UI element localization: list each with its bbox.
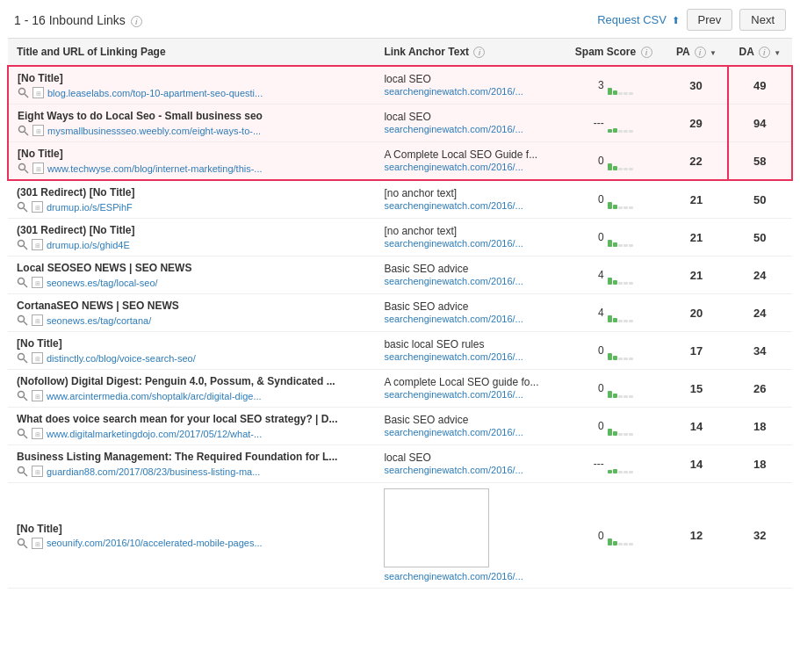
search-icon[interactable] <box>17 314 28 326</box>
da-value: 18 <box>753 420 766 433</box>
svg-rect-12 <box>623 130 628 133</box>
anchor-cell: searchenginewatch.com/2016/... <box>375 483 562 589</box>
title-url-cell: Local SEOSEO NEWS | SEO NEWS ⊞ seonews.e… <box>8 257 375 294</box>
search-icon[interactable] <box>17 538 28 549</box>
anchor-url-link[interactable]: searchenginewatch.com/2016/... <box>384 124 523 134</box>
anchor-cell: A Complete Local SEO Guide f... searchen… <box>375 142 562 181</box>
anchor-url-link[interactable]: searchenginewatch.com/2016/... <box>384 200 523 211</box>
anchor-text-value: [no anchor text] <box>384 225 553 237</box>
row-title: (301 Redirect) [No Title] <box>17 186 366 199</box>
pa-info-icon[interactable]: i <box>695 47 706 58</box>
pa-value: 22 <box>689 155 702 168</box>
prev-button[interactable]: Prev <box>687 9 733 31</box>
search-icon[interactable] <box>17 201 28 213</box>
url-link[interactable]: www.arcintermedia.com/shoptalk/arc/digit… <box>47 391 262 401</box>
da-value: 18 <box>753 458 766 471</box>
url-link[interactable]: drumup.io/s/ghid4E <box>47 240 130 250</box>
spam-score-value: 0 <box>592 530 604 542</box>
count-label: 1 - 16 Inbound Links <box>14 13 126 27</box>
search-icon[interactable] <box>17 428 28 439</box>
da-info-icon[interactable]: i <box>759 47 770 58</box>
spam-cell: --- <box>562 105 665 142</box>
da-sort-icon[interactable]: ▼ <box>774 49 781 57</box>
svg-point-28 <box>18 241 25 247</box>
count-info-icon[interactable]: i <box>131 16 142 27</box>
table-row-highlighted: [No Title] ⊞ www.techwyse.com/blog/inter… <box>8 142 792 181</box>
pa-sort-icon[interactable]: ▼ <box>710 49 717 57</box>
spam-cell: 0 <box>562 219 665 257</box>
search-icon[interactable] <box>17 466 28 477</box>
da-cell: 24 <box>728 257 792 294</box>
url-link[interactable]: drumup.io/s/ESPihF <box>47 202 133 213</box>
anchor-url-link[interactable]: searchenginewatch.com/2016/... <box>384 162 523 172</box>
svg-rect-76 <box>629 471 633 473</box>
page-icon: ⊞ <box>32 428 43 439</box>
page-icon: ⊞ <box>32 352 43 364</box>
request-csv-link[interactable]: Request CSV ⬆ <box>597 13 679 26</box>
search-icon[interactable] <box>18 163 29 174</box>
url-link[interactable]: seonews.es/tag/local-seo/ <box>47 278 158 288</box>
search-icon[interactable] <box>17 390 28 401</box>
next-button[interactable]: Next <box>739 9 786 31</box>
table-row: Local SEOSEO NEWS | SEO NEWS ⊞ seonews.e… <box>8 257 792 294</box>
anchor-url-link[interactable]: searchenginewatch.com/2016/... <box>384 314 523 324</box>
anchor-url-link[interactable]: searchenginewatch.com/2016/... <box>384 276 523 286</box>
svg-rect-44 <box>608 315 612 322</box>
pa-value: 30 <box>689 79 702 92</box>
anchor-text-value: searchenginewatch.com/2016/... <box>384 488 553 582</box>
anchor-text-value: local SEO <box>384 73 553 85</box>
url-link[interactable]: seounify.com/2016/10/accelerated-mobile-… <box>47 538 263 548</box>
svg-rect-3 <box>613 90 617 95</box>
anchor-url-link[interactable]: searchenginewatch.com/2016/... <box>384 238 523 249</box>
row-url: ⊞ blog.leaselabs.com/top-10-apartment-se… <box>18 87 366 98</box>
anchor-info-icon[interactable]: i <box>473 47 485 58</box>
svg-rect-74 <box>618 471 623 473</box>
svg-rect-66 <box>613 431 617 436</box>
da-value: 58 <box>753 155 766 168</box>
row-url: ⊞ drumup.io/s/ghid4E <box>17 239 366 250</box>
svg-rect-10 <box>613 128 617 133</box>
title-url-cell: (301 Redirect) [No Title] ⊞ drumup.io/s/… <box>8 219 375 257</box>
url-link[interactable]: seonews.es/tag/cortana/ <box>47 315 151 326</box>
anchor-url-link[interactable]: searchenginewatch.com/2016/... <box>384 571 523 582</box>
title-url-cell: (Nofollow) Digital Digest: Penguin 4.0, … <box>8 370 375 408</box>
url-link[interactable]: mysmallbusinessseo.weebly.com/eight-ways… <box>47 126 261 136</box>
row-url: ⊞ guardian88.com/2017/08/23/business-lis… <box>17 466 366 477</box>
table-wrapper: Title and URL of Linking Page Link Ancho… <box>0 38 800 589</box>
anchor-text-value: Basic SEO advice <box>384 414 553 426</box>
svg-rect-16 <box>608 163 612 170</box>
anchor-text-value: A Complete Local SEO Guide f... <box>384 148 553 161</box>
svg-rect-27 <box>629 206 633 209</box>
row-title: (301 Redirect) [No Title] <box>17 224 366 236</box>
search-icon[interactable] <box>17 239 28 250</box>
anchor-url-link[interactable]: searchenginewatch.com/2016/... <box>384 389 523 400</box>
pa-cell: 29 <box>665 105 728 142</box>
title-url-cell: Business Listing Management: The Require… <box>8 445 375 483</box>
svg-rect-32 <box>618 244 623 247</box>
da-cell: 50 <box>728 219 792 257</box>
search-icon[interactable] <box>18 87 29 98</box>
url-link[interactable]: blog.leaselabs.com/top-10-apartment-seo-… <box>47 88 263 98</box>
url-link[interactable]: www.digitalmarketingdojo.com/2017/05/12/… <box>47 429 262 439</box>
url-link[interactable]: www.techwyse.com/blog/internet-marketing… <box>47 163 263 174</box>
svg-line-22 <box>24 208 27 212</box>
anchor-text-value: Basic SEO advice <box>384 263 553 275</box>
svg-rect-26 <box>623 206 628 209</box>
col-da: DA i ▼ <box>728 39 792 67</box>
search-icon[interactable] <box>17 277 28 288</box>
svg-line-1 <box>25 94 28 98</box>
svg-rect-41 <box>629 282 633 285</box>
url-link[interactable]: distinctly.co/blog/voice-search-seo/ <box>47 353 196 364</box>
anchor-cell: Basic SEO advice searchenginewatch.com/2… <box>375 294 562 332</box>
url-link[interactable]: guardian88.com/2017/08/23/business-listi… <box>47 466 260 477</box>
spam-info-icon[interactable]: i <box>641 47 652 58</box>
anchor-url-link[interactable]: searchenginewatch.com/2016/... <box>384 86 523 97</box>
anchor-url-link[interactable]: searchenginewatch.com/2016/... <box>384 465 523 475</box>
search-icon[interactable] <box>18 125 29 136</box>
row-url: ⊞ www.arcintermedia.com/shoptalk/arc/dig… <box>17 390 366 401</box>
search-icon[interactable] <box>17 352 28 364</box>
anchor-url-link[interactable]: searchenginewatch.com/2016/... <box>384 427 523 437</box>
spam-cell: 4 <box>562 257 665 294</box>
page-icon: ⊞ <box>32 277 43 288</box>
anchor-url-link[interactable]: searchenginewatch.com/2016/... <box>384 351 523 362</box>
